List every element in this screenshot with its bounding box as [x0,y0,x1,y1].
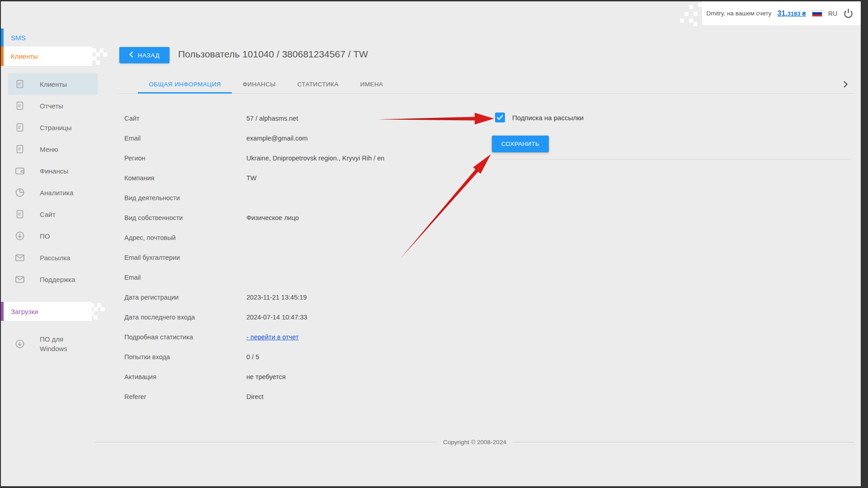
pixel-decoration [92,56,96,61]
divider [492,159,851,160]
pie-chart-icon [14,186,26,199]
divider [513,442,854,442]
sidebar-item-analytics[interactable]: Аналитика [8,182,98,203]
tabs-scroll-right-icon[interactable] [839,78,852,90]
field-label: Сайт [124,115,246,122]
sidebar-item-mailing[interactable]: Рассылка [8,247,98,268]
pixel-decoration [693,22,698,26]
form-row: Вид собственностиФизическое лицо [124,208,481,228]
field-label: Активация [124,373,246,380]
field-value: TW [246,174,257,182]
sidebar-item-clients[interactable]: Клиенты [8,73,98,95]
pixel-decoration [94,315,98,319]
subscribe-label: Подписка на рассылки [512,114,584,122]
tab-bar: ОБЩАЯ ИНФОРМАЦИЯ ФИНАНСЫ СТАТИСТИКА ИМЕН… [117,75,854,94]
user-details-form: Сайт57 / alphasms.net Emailexample@gmail… [124,108,481,407]
field-label: Email бухгалтерии [124,254,246,261]
field-label: Подробная статистика [124,333,246,341]
document-icon [14,143,26,155]
page-title: Пользователь 101040 / 380681234567 / TW [178,49,368,60]
envelope-icon [14,273,26,286]
field-label: Email [124,274,246,281]
back-button[interactable]: НАЗАД [119,47,170,63]
sidebar-item-reports[interactable]: Отчеты [8,95,98,117]
field-label: Попытки входа [124,353,246,361]
pixel-decoration [97,303,101,307]
chevron-left-icon [129,52,133,59]
form-row: Подробная статистика- перейти в отчет [124,327,481,347]
pixel-decoration [92,48,96,52]
report-link[interactable]: - перейти в отчет [246,333,299,341]
logout-power-icon[interactable] [843,8,854,19]
pixel-decoration [698,3,702,7]
sidebar-downloads-nav: ПО для Windows [8,330,98,358]
pixel-decoration [99,48,104,52]
tab-general-info[interactable]: ОБЩАЯ ИНФОРМАЦИЯ [138,75,232,93]
pixel-decoration [101,307,105,311]
field-value: 0 / 5 [246,353,259,361]
sidebar-section-sms[interactable]: SMS [1,28,92,47]
sidebar-section-clients[interactable]: Клиенты [1,47,92,66]
wallet-icon [14,164,26,177]
form-row: Email [124,267,481,287]
pixel-decoration [693,12,698,16]
field-label: Referer [124,393,246,400]
form-row: КомпанияTW [124,168,481,188]
pixel-decoration [90,311,94,315]
form-row: Активацияне требуется [124,367,481,387]
tab-finances[interactable]: ФИНАНСЫ [232,75,287,93]
field-label: Email [124,135,246,142]
subscribe-checkbox[interactable] [495,113,505,122]
form-row: Дата последнего входа2024-07-14 10:47:33 [124,307,481,327]
language-label[interactable]: RU [828,10,837,17]
sidebar-item-site[interactable]: Сайт [8,203,98,225]
download-icon [14,230,26,242]
pixel-decoration [684,12,689,16]
subscribe-row: Подписка на рассылки [495,113,584,122]
field-value: 2023-11-21 13:45:19 [246,294,307,301]
field-value: Физическое лицо [246,214,299,221]
section-label: Клиенты [11,52,38,60]
field-label: Вид собственности [124,214,246,221]
form-row: RefererDirect [124,387,481,407]
field-value: не требуется [246,373,286,380]
form-row: Сайт57 / alphasms.net [124,108,481,128]
divider [95,442,437,442]
document-icon [14,121,26,134]
pixel-decoration [680,19,684,23]
save-button[interactable]: СОХРАНИТЬ [492,136,549,152]
sidebar-item-support[interactable]: Поддержка [8,268,98,290]
footer: Copyright © 2008-2024 [95,439,854,446]
sidebar-item-pages[interactable]: Страницы [8,117,98,138]
field-label: Дата регистрации [124,294,246,301]
form-row: Email бухгалтерии [124,248,481,267]
tab-names[interactable]: ИМЕНА [349,75,394,93]
document-icon [14,208,26,221]
form-row: Адрес, почтовый [124,228,481,248]
sidebar-item-finances[interactable]: Финансы [8,160,98,182]
russian-flag-icon[interactable] [812,10,822,17]
tab-statistics[interactable]: СТАТИСТИКА [287,75,349,93]
section-label: Загрузки [11,308,38,315]
form-row: Вид деятельности [124,188,481,208]
field-label: Компания [124,174,246,182]
sidebar-item-software[interactable]: ПО [8,225,98,247]
sidebar-section-downloads[interactable]: Загрузки [1,302,92,321]
form-row: Попытки входа0 / 5 [124,347,481,367]
download-icon [14,338,26,350]
field-label: Адрес, почтовый [124,234,246,241]
pixel-decoration [94,307,98,311]
field-value: example@gmail.com [246,135,308,142]
pixel-decoration [103,52,107,56]
field-label: Регион [124,155,246,162]
section-label: SMS [11,34,26,42]
sidebar-item-menu[interactable]: Меню [8,138,98,160]
form-row: Дата регистрации2023-11-21 13:45:19 [124,287,481,307]
balance-link[interactable]: 31,3183 ₴ [777,9,806,18]
pixel-decoration [689,19,693,23]
user-balance-text: Dmitry, на вашем счету [706,10,771,17]
sidebar-nav: Клиенты Отчеты Страницы Меню Финансы Ана… [8,73,98,290]
field-label: Вид деятельности [124,194,246,202]
pixel-decoration [96,61,100,65]
sidebar-item-software-windows[interactable]: ПО для Windows [8,330,98,358]
